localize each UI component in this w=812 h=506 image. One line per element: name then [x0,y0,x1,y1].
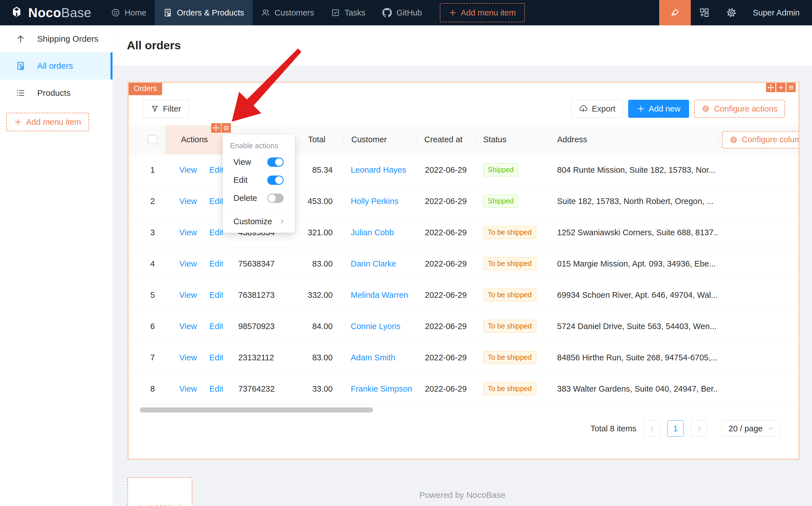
row-index[interactable]: 1 [140,154,165,185]
edit-link[interactable]: Edit [209,228,223,237]
column-header-customer[interactable]: Customer [344,125,417,154]
edit-link[interactable]: Edit [209,197,223,206]
view-toggle[interactable] [267,158,284,167]
edit-link[interactable]: Edit [209,165,223,175]
edit-toggle[interactable] [267,175,284,185]
view-link[interactable]: View [179,353,197,362]
nav-item-orders-products[interactable]: Orders & Products [155,0,252,25]
table-row: 8 ViewEdit 73764232 33.00 Frankie Simpso… [129,373,799,405]
add-block-icon[interactable] [776,83,786,92]
view-link[interactable]: View [179,384,197,394]
filter-button[interactable]: Filter [143,100,189,118]
customer-link[interactable]: Leonard Hayes [351,165,406,175]
export-button[interactable]: Export [571,100,623,118]
view-link[interactable]: View [179,322,197,331]
edit-link[interactable]: Edit [209,322,223,331]
row-actions: ViewEdit [165,186,223,217]
view-link[interactable]: View [179,290,197,300]
configure-actions-button[interactable]: Configure actions [694,100,785,118]
user-menu[interactable]: Super Admin [745,8,812,17]
settings-button[interactable] [718,0,745,25]
orders-icon [163,8,172,17]
drag-handle-icon[interactable] [766,83,776,92]
edit-link[interactable]: Edit [209,353,223,362]
sidebar-add-menu-item-button[interactable]: Add menu item [6,113,89,131]
view-link[interactable]: View [179,228,197,237]
column-header-address[interactable]: Address [546,125,718,154]
view-link[interactable]: View [179,259,197,268]
row-index[interactable]: 2 [140,186,165,217]
customer-link[interactable]: Julian Cobb [351,228,394,237]
nav-item-customers[interactable]: Customers [252,0,322,25]
sidebar: Shipping Orders All orders Products [0,25,113,506]
column-drag-handle-icon[interactable] [211,123,221,133]
order-number-cell: 23132112 [223,342,300,373]
top-navbar: NocoBase Home Orders & Products [0,0,812,25]
actions-column-designer [211,123,231,133]
plugin-manager-button[interactable] [691,0,718,25]
delete-toggle[interactable] [267,193,284,203]
block-menu-icon[interactable] [786,83,796,92]
edit-link[interactable]: Edit [209,384,223,394]
total-cell: 85.34 [300,154,344,185]
nav-item-github[interactable]: GitHub [374,0,430,25]
edit-link[interactable]: Edit [209,259,223,268]
sidebar-item-products[interactable]: Products [0,79,113,106]
table-row: 7 ViewEdit 23132112 83.00 Adam Smith 202… [129,342,799,373]
created-at-cell: 2022-06-29 [417,217,476,248]
customer-link[interactable]: Frankie Simpson [351,384,412,394]
customer-link[interactable]: Adam Smith [351,353,395,362]
column-menu-icon[interactable] [221,123,231,133]
plugin-squares-icon [699,7,710,18]
nav-item-label: Home [125,8,146,17]
edit-link[interactable]: Edit [209,290,223,300]
select-all-checkbox[interactable] [148,135,157,144]
customer-link[interactable]: Connie Lyons [351,322,400,331]
page-header: All orders [113,25,812,65]
row-index[interactable]: 3 [140,217,165,248]
customer-link[interactable]: Holly Perkins [351,197,398,206]
horizontal-scrollbar[interactable] [140,407,373,412]
next-page-button[interactable] [691,420,708,437]
order-file-icon [16,61,25,71]
customer-link[interactable]: Darin Clarke [351,259,396,268]
content-area: Orders Filter [113,65,812,506]
row-index[interactable]: 6 [140,311,165,342]
dropdown-item-edit[interactable]: Edit [223,171,295,189]
chevron-right-icon [696,425,702,432]
row-index[interactable]: 4 [140,248,165,279]
list-icon [16,88,25,98]
column-header-created-at[interactable]: Created at [417,125,476,154]
nav-item-home[interactable]: Home [102,0,155,25]
customer-link[interactable]: Melinda Warren [351,290,408,300]
view-link[interactable]: View [179,165,197,175]
current-page-button[interactable]: 1 [667,420,684,437]
prev-page-button[interactable] [644,420,660,437]
nav-add-menu-item-button[interactable]: Add menu item [440,3,525,22]
dropdown-item-view[interactable]: View [223,153,295,171]
created-at-cell: 2022-06-29 [417,154,476,185]
created-at-cell: 2022-06-29 [417,248,476,279]
nav-item-tasks[interactable]: Tasks [322,0,374,25]
sidebar-item-shipping-orders[interactable]: Shipping Orders [0,25,113,53]
row-index[interactable]: 8 [140,373,165,404]
configure-columns-button[interactable]: Configure columns [722,131,800,149]
row-actions: ViewEdit [165,154,223,185]
status-badge: To be shipped [483,351,536,364]
sidebar-item-all-orders[interactable]: All orders [0,53,113,79]
logo-text-light: Base [61,5,91,20]
ui-editor-button[interactable] [659,0,691,25]
row-actions: ViewEdit [165,342,223,373]
row-index[interactable]: 5 [140,279,165,311]
column-header-status[interactable]: Status [476,125,546,154]
dropdown-item-customize[interactable]: Customize [223,213,295,230]
column-header-total[interactable]: Total [300,125,344,154]
page-size-select[interactable]: 20 / page [722,420,780,437]
nocobase-logo[interactable]: NocoBase [0,5,102,20]
row-index[interactable]: 7 [140,342,165,373]
add-new-button[interactable]: Add new [628,100,689,118]
dropdown-item-delete[interactable]: Delete [223,189,295,207]
created-at-cell: 2022-06-29 [417,342,476,373]
view-link[interactable]: View [179,197,197,206]
sidebar-item-label: Products [37,88,71,98]
